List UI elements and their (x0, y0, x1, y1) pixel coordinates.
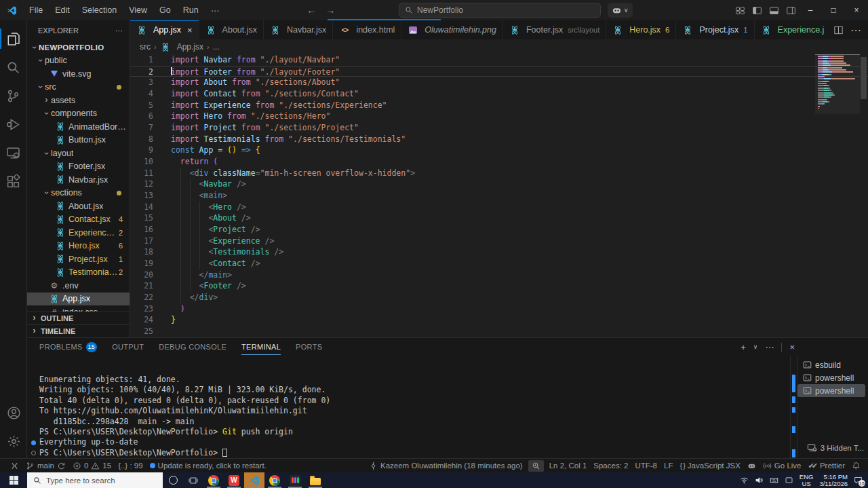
taskbar-app-taskview[interactable] (183, 472, 203, 488)
taskbar-app-chrome[interactable] (203, 472, 224, 488)
panel-tab-output[interactable]: OUTPUT (112, 338, 144, 356)
new-terminal-button[interactable]: + (741, 342, 746, 352)
cursor-position[interactable]: Ln 2, Col 1 (546, 459, 591, 473)
panel-tab-ports[interactable]: PORTS (296, 338, 322, 356)
tree-folder[interactable]: ›layout (27, 147, 130, 160)
clock[interactable]: 5:16 PM3/11/2026 (819, 474, 848, 487)
menu-selection[interactable]: Selection (76, 3, 123, 18)
taskbar-app-wps[interactable]: W (224, 472, 244, 488)
toggle-sidebar-icon[interactable] (752, 5, 762, 16)
terminal-instance[interactable]: powershell (797, 384, 865, 397)
git-branch[interactable]: main (22, 459, 69, 473)
section-outline[interactable]: ›OUTLINE (27, 312, 130, 324)
explorer-more-icon[interactable]: ⋯ (115, 26, 123, 35)
action-center-icon[interactable]: 15 (854, 476, 863, 485)
editor-scrollbar[interactable] (861, 57, 867, 99)
code-editor[interactable]: 1import Navbar from "./layout/Navbar"2im… (130, 54, 868, 337)
panel-close-icon[interactable]: × (789, 342, 795, 352)
tree-folder[interactable]: ›assets (27, 94, 130, 107)
split-editor-icon[interactable] (833, 25, 844, 35)
taskbar-app-chrome2[interactable] (264, 472, 285, 488)
menu-run[interactable]: Run (177, 3, 205, 18)
copilot-menu[interactable]: ∨ (608, 3, 633, 18)
breadcrumb[interactable]: src›App.jsx›... (130, 39, 868, 54)
activity-source-control-icon[interactable] (0, 81, 27, 110)
menu-edit[interactable]: Edit (49, 3, 76, 18)
nav-forward-icon[interactable]: → (326, 5, 335, 16)
language-indicator[interactable]: ENGUS (800, 474, 814, 487)
command-center-search[interactable]: NewPortfolio (399, 3, 601, 18)
tab-project-jsx[interactable]: Project.jsx1 (676, 20, 754, 39)
menu-view[interactable]: View (123, 3, 153, 18)
tree-folder[interactable]: ›src (27, 81, 130, 94)
tree-file[interactable]: Button.jsx (27, 134, 130, 147)
close-icon[interactable]: × (187, 25, 193, 35)
tree-file[interactable]: Footer.jsx (27, 160, 130, 174)
terminal-instance[interactable]: esbuild (797, 358, 868, 371)
tab-index-html[interactable]: <>index.html (333, 20, 401, 39)
tree-file[interactable]: ⚙.env (27, 279, 130, 293)
toggle-panel-icon[interactable] (769, 5, 779, 16)
nav-back-icon[interactable]: ← (307, 5, 316, 16)
tab-hero-jsx[interactable]: Hero.jsx6 (606, 20, 676, 39)
terminal-output[interactable]: Enumerating objects: 41, done.Writing ob… (27, 356, 796, 458)
copilot[interactable] (744, 459, 760, 473)
activity-remote-explorer-icon[interactable] (0, 138, 27, 167)
breadcrumb-item[interactable]: App.jsx (177, 42, 203, 52)
activity-extensions-icon[interactable] (0, 167, 27, 195)
breadcrumb-item[interactable]: src (140, 42, 151, 52)
menu-overflow-icon[interactable]: ⋯ (205, 3, 226, 18)
tab-app-jsx[interactable]: App.jsx× (130, 20, 199, 39)
tab-navbar-jsx[interactable]: Navbar.jsx (264, 20, 333, 39)
eol[interactable]: LF (660, 459, 676, 473)
tree-file[interactable]: Contact.jsx4 (27, 213, 130, 227)
tree-folder[interactable]: ›components (27, 107, 130, 121)
hidden-terminals[interactable]: 3 Hidden T... (807, 443, 864, 453)
go-live[interactable]: Go Live (760, 459, 805, 473)
close-button[interactable]: × (845, 0, 868, 20)
prettier[interactable]: ✔✔Prettier (804, 459, 848, 473)
toggle-secondary-sidebar-icon[interactable] (786, 5, 796, 16)
panel-tab-debug-console[interactable]: DEBUG CONSOLE (159, 338, 226, 356)
activity-explorer-icon[interactable] (0, 24, 27, 53)
activity-search-icon[interactable] (0, 53, 27, 81)
terminal-instance[interactable]: powershell (797, 371, 868, 384)
maximize-button[interactable]: □ (822, 0, 845, 20)
tree-file[interactable]: Hero.jsx6 (27, 240, 130, 253)
activity-account-icon[interactable] (0, 398, 27, 427)
tab-footer-jsx[interactable]: Footer.jsxsrc\layout (503, 20, 606, 39)
menu-go[interactable]: Go (153, 3, 177, 18)
tree-folder[interactable]: ›public (27, 54, 130, 68)
menu-file[interactable]: File (23, 3, 49, 18)
taskbar-app-explorer[interactable] (305, 472, 326, 488)
start-button[interactable] (0, 472, 27, 488)
tab-experience-j[interactable]: Experience.j (755, 20, 831, 39)
git-blame[interactable]: Kazeem Oluwatimilehin (18 minutes ago) (366, 459, 526, 473)
minimap-slider[interactable] (815, 54, 860, 114)
touchpad-icon[interactable] (785, 476, 793, 485)
language-mode[interactable]: { }JavaScript JSX (676, 459, 743, 473)
tree-file[interactable]: AnimatedBorderBut... (27, 120, 130, 134)
customize-layout-icon[interactable] (735, 5, 745, 16)
tree-file[interactable]: Testimonials.jsx2 (27, 266, 130, 280)
encoding[interactable]: UTF-8 (631, 459, 660, 473)
tree-folder[interactable]: ›sections (27, 187, 130, 200)
tree-file[interactable]: vite.svg (27, 67, 130, 81)
update-ready[interactable]: Update is ready, click to restart. (146, 459, 270, 473)
tree-file[interactable]: Experience.jsx2 (27, 226, 130, 240)
tree-file[interactable]: About.jsx (27, 200, 130, 213)
panel-tab-problems[interactable]: PROBLEMS15 (39, 338, 97, 356)
editor-more-icon[interactable]: ⋯ (850, 24, 861, 37)
notifications[interactable] (848, 459, 864, 473)
panel-tab-terminal[interactable]: TERMINAL (241, 338, 281, 356)
tree-file[interactable]: Navbar.jsx (27, 173, 130, 187)
taskbar-search[interactable]: Type here to search (27, 472, 163, 488)
panel-more-icon[interactable]: ⋯ (765, 342, 774, 352)
breadcrumb-item[interactable]: ... (213, 42, 220, 52)
tree-file[interactable]: Project.jsx1 (27, 252, 130, 266)
wifi-icon[interactable] (740, 476, 749, 485)
activity-settings-icon[interactable] (0, 427, 27, 455)
brackets-counter[interactable]: {..} : 99 (115, 459, 146, 473)
minimize-button[interactable]: – (799, 0, 822, 20)
section-timeline[interactable]: ›TIMELINE (27, 324, 130, 337)
